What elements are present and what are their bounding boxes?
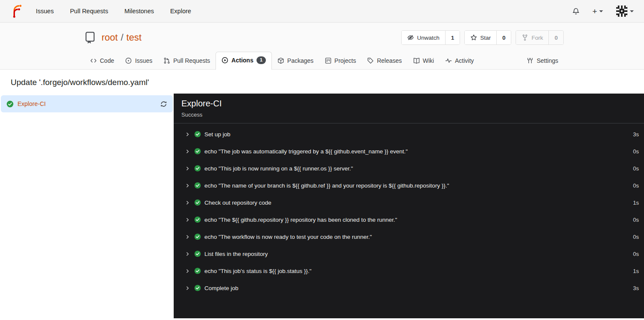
step-label: List files in the repository — [204, 251, 268, 257]
step-row[interactable]: List files in the repository 0s — [174, 245, 644, 262]
step-duration: 3s — [633, 131, 639, 138]
chevron-right-icon — [185, 132, 190, 137]
fork-button-group: Fork 0 — [516, 30, 564, 45]
chevron-right-icon — [185, 234, 190, 240]
star-button[interactable]: Star — [465, 31, 496, 44]
chevron-down-icon — [630, 10, 634, 12]
check-circle-icon — [194, 233, 201, 240]
tab-projects[interactable]: Projects — [319, 53, 362, 69]
actions-count-badge: 1 — [256, 56, 266, 64]
package-icon — [277, 57, 284, 64]
tab-pull-requests[interactable]: Pull Requests — [158, 53, 216, 69]
step-duration: 0s — [633, 234, 639, 240]
check-circle-icon — [6, 100, 14, 108]
pulse-icon — [445, 57, 452, 64]
step-label: Check out repository code — [204, 200, 271, 206]
repo-separator: / — [121, 32, 123, 43]
check-circle-icon — [194, 131, 201, 138]
nav-issues[interactable]: Issues — [36, 8, 54, 15]
book-icon — [413, 57, 420, 64]
tab-releases[interactable]: Releases — [361, 53, 407, 69]
step-row[interactable]: Check out repository code 1s — [174, 194, 644, 211]
chevron-right-icon — [185, 217, 190, 223]
tab-packages[interactable]: Packages — [272, 53, 319, 69]
nav-pull-requests[interactable]: Pull Requests — [70, 8, 108, 15]
repo-actions: Unwatch 1 Star 0 — [401, 30, 564, 45]
play-circle-icon — [221, 57, 228, 64]
watch-button-group: Unwatch 1 — [401, 30, 460, 45]
refresh-icon[interactable] — [160, 100, 167, 108]
navbar-right: + — [572, 5, 634, 17]
check-circle-icon — [194, 148, 201, 155]
job-item-explore-ci[interactable]: Explore-CI — [1, 95, 173, 112]
check-circle-icon — [194, 216, 201, 223]
user-menu[interactable] — [616, 5, 634, 17]
chevron-down-icon — [599, 10, 603, 12]
step-duration: 1s — [633, 200, 639, 206]
repo-tabs: Code Issues Pull Requests Actions 1 Pack… — [85, 52, 564, 69]
step-duration: 3s — [633, 285, 639, 291]
tab-wiki[interactable]: Wiki — [408, 53, 440, 69]
workflow-run-title: Update '.forgejo/workflows/demo.yaml' — [0, 70, 644, 94]
chevron-right-icon — [185, 285, 190, 291]
step-label: echo "The name of your branch is ${{ git… — [204, 182, 449, 189]
step-row[interactable]: echo "The job was automatically triggere… — [174, 143, 644, 160]
jobs-sidebar: Explore-CI — [0, 94, 174, 318]
chevron-right-icon — [185, 166, 190, 171]
repo-header: root / test Unwatch 1 — [0, 23, 644, 70]
tag-icon — [367, 57, 374, 64]
step-label: Complete job — [204, 285, 239, 291]
watchers-count[interactable]: 1 — [445, 31, 460, 44]
chevron-right-icon — [185, 183, 190, 188]
unwatch-button[interactable]: Unwatch — [402, 31, 445, 44]
forgejo-logo[interactable] — [10, 4, 23, 18]
step-duration: 0s — [633, 251, 639, 257]
repo-name-link[interactable]: test — [126, 32, 141, 43]
step-row[interactable]: echo "This job is now running on a ${{ r… — [174, 160, 644, 177]
step-label: echo "The workflow is now ready to test … — [204, 234, 372, 240]
step-duration: 0s — [633, 217, 639, 223]
step-row[interactable]: echo "The workflow is now ready to test … — [174, 228, 644, 245]
chevron-right-icon — [185, 268, 190, 274]
top-navbar: Issues Pull Requests Milestones Explore … — [0, 0, 644, 23]
step-row[interactable]: echo "This job's status is ${{ job.statu… — [174, 262, 644, 279]
step-row[interactable]: echo "The ${{ github.repository }} repos… — [174, 211, 644, 228]
step-label: echo "The ${{ github.repository }} repos… — [204, 217, 397, 223]
plus-icon: + — [592, 7, 597, 15]
nav-milestones[interactable]: Milestones — [124, 8, 154, 15]
tools-icon — [527, 57, 533, 64]
job-log-panel: Explore-CI Success Set up job 3s echo "T… — [174, 94, 644, 318]
code-icon — [90, 57, 97, 64]
repo-breadcrumb: root / test — [102, 32, 142, 43]
tab-settings[interactable]: Settings — [521, 53, 564, 69]
check-circle-icon — [194, 250, 201, 257]
tab-activity[interactable]: Activity — [440, 53, 479, 69]
forks-count: 0 — [548, 31, 563, 44]
tab-code[interactable]: Code — [85, 53, 119, 69]
job-status-text: Success — [181, 112, 636, 118]
job-label: Explore-CI — [17, 100, 46, 107]
nav-explore[interactable]: Explore — [170, 8, 191, 15]
tab-actions[interactable]: Actions 1 — [216, 52, 272, 70]
stars-count[interactable]: 0 — [496, 31, 511, 44]
step-row[interactable]: echo "The name of your branch is ${{ git… — [174, 177, 644, 194]
job-panel-title: Explore-CI — [181, 98, 636, 109]
project-icon — [325, 57, 332, 64]
create-new-button[interactable]: + — [592, 7, 603, 15]
identicon-avatar — [616, 5, 628, 17]
chevron-right-icon — [185, 149, 190, 154]
step-duration: 0s — [633, 148, 639, 155]
repo-owner-link[interactable]: root — [102, 32, 118, 43]
chevron-right-icon — [185, 251, 190, 257]
fork-button: Fork — [516, 31, 548, 44]
check-circle-icon — [194, 199, 201, 206]
eye-off-icon — [407, 34, 414, 41]
step-row[interactable]: Complete job 3s — [174, 279, 644, 297]
check-circle-icon — [194, 267, 201, 274]
step-label: Set up job — [204, 131, 230, 138]
primary-nav: Issues Pull Requests Milestones Explore — [36, 8, 191, 15]
step-row[interactable]: Set up job 3s — [174, 126, 644, 143]
tab-issues[interactable]: Issues — [119, 53, 157, 69]
check-circle-icon — [194, 285, 201, 291]
bell-icon[interactable] — [572, 8, 580, 15]
